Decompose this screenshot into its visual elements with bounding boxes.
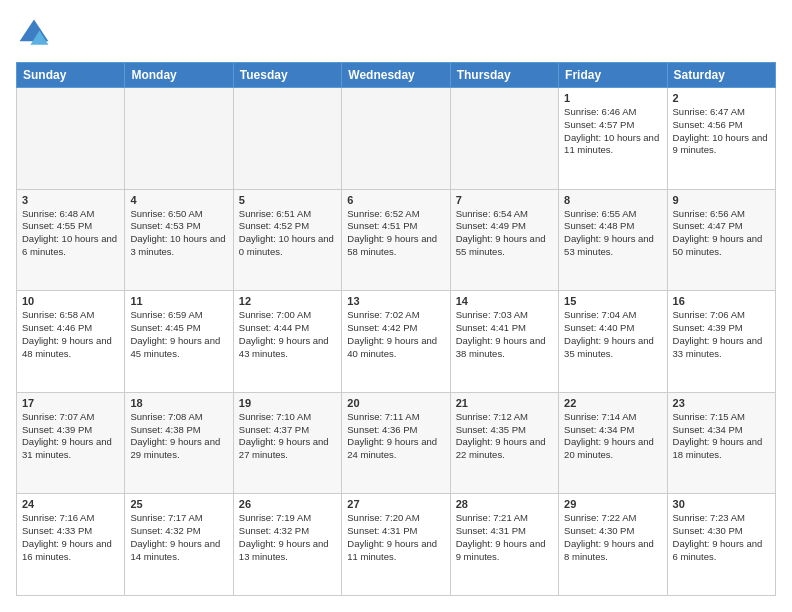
calendar-cell: 3Sunrise: 6:48 AM Sunset: 4:55 PM Daylig… (17, 189, 125, 291)
day-number: 22 (564, 397, 661, 409)
day-number: 11 (130, 295, 227, 307)
calendar-cell: 12Sunrise: 7:00 AM Sunset: 4:44 PM Dayli… (233, 291, 341, 393)
day-number: 16 (673, 295, 770, 307)
calendar-cell (125, 88, 233, 190)
day-number: 5 (239, 194, 336, 206)
day-number: 25 (130, 498, 227, 510)
page: SundayMondayTuesdayWednesdayThursdayFrid… (0, 0, 792, 612)
calendar-cell: 17Sunrise: 7:07 AM Sunset: 4:39 PM Dayli… (17, 392, 125, 494)
day-info: Sunrise: 7:10 AM Sunset: 4:37 PM Dayligh… (239, 411, 336, 462)
day-number: 13 (347, 295, 444, 307)
calendar-header-monday: Monday (125, 63, 233, 88)
logo (16, 16, 56, 52)
day-info: Sunrise: 6:59 AM Sunset: 4:45 PM Dayligh… (130, 309, 227, 360)
calendar-cell: 23Sunrise: 7:15 AM Sunset: 4:34 PM Dayli… (667, 392, 775, 494)
calendar-week-2: 10Sunrise: 6:58 AM Sunset: 4:46 PM Dayli… (17, 291, 776, 393)
day-info: Sunrise: 6:55 AM Sunset: 4:48 PM Dayligh… (564, 208, 661, 259)
day-info: Sunrise: 7:15 AM Sunset: 4:34 PM Dayligh… (673, 411, 770, 462)
day-number: 1 (564, 92, 661, 104)
day-info: Sunrise: 7:22 AM Sunset: 4:30 PM Dayligh… (564, 512, 661, 563)
calendar-cell: 10Sunrise: 6:58 AM Sunset: 4:46 PM Dayli… (17, 291, 125, 393)
calendar-cell: 26Sunrise: 7:19 AM Sunset: 4:32 PM Dayli… (233, 494, 341, 596)
day-number: 10 (22, 295, 119, 307)
calendar-cell: 24Sunrise: 7:16 AM Sunset: 4:33 PM Dayli… (17, 494, 125, 596)
day-number: 24 (22, 498, 119, 510)
day-info: Sunrise: 7:14 AM Sunset: 4:34 PM Dayligh… (564, 411, 661, 462)
calendar-cell: 8Sunrise: 6:55 AM Sunset: 4:48 PM Daylig… (559, 189, 667, 291)
calendar-header-row: SundayMondayTuesdayWednesdayThursdayFrid… (17, 63, 776, 88)
day-info: Sunrise: 7:04 AM Sunset: 4:40 PM Dayligh… (564, 309, 661, 360)
calendar-cell: 18Sunrise: 7:08 AM Sunset: 4:38 PM Dayli… (125, 392, 233, 494)
calendar-cell: 7Sunrise: 6:54 AM Sunset: 4:49 PM Daylig… (450, 189, 558, 291)
day-info: Sunrise: 7:03 AM Sunset: 4:41 PM Dayligh… (456, 309, 553, 360)
day-number: 14 (456, 295, 553, 307)
calendar-cell: 19Sunrise: 7:10 AM Sunset: 4:37 PM Dayli… (233, 392, 341, 494)
calendar-week-1: 3Sunrise: 6:48 AM Sunset: 4:55 PM Daylig… (17, 189, 776, 291)
calendar-cell (450, 88, 558, 190)
header (16, 16, 776, 52)
calendar-cell: 4Sunrise: 6:50 AM Sunset: 4:53 PM Daylig… (125, 189, 233, 291)
calendar-header-wednesday: Wednesday (342, 63, 450, 88)
day-number: 21 (456, 397, 553, 409)
calendar-cell: 30Sunrise: 7:23 AM Sunset: 4:30 PM Dayli… (667, 494, 775, 596)
calendar-cell (17, 88, 125, 190)
day-info: Sunrise: 6:51 AM Sunset: 4:52 PM Dayligh… (239, 208, 336, 259)
day-number: 6 (347, 194, 444, 206)
calendar-week-3: 17Sunrise: 7:07 AM Sunset: 4:39 PM Dayli… (17, 392, 776, 494)
day-number: 20 (347, 397, 444, 409)
calendar-header-tuesday: Tuesday (233, 63, 341, 88)
day-info: Sunrise: 7:11 AM Sunset: 4:36 PM Dayligh… (347, 411, 444, 462)
day-number: 7 (456, 194, 553, 206)
day-info: Sunrise: 6:47 AM Sunset: 4:56 PM Dayligh… (673, 106, 770, 157)
calendar-cell: 14Sunrise: 7:03 AM Sunset: 4:41 PM Dayli… (450, 291, 558, 393)
day-info: Sunrise: 6:50 AM Sunset: 4:53 PM Dayligh… (130, 208, 227, 259)
calendar-header-saturday: Saturday (667, 63, 775, 88)
calendar-cell: 25Sunrise: 7:17 AM Sunset: 4:32 PM Dayli… (125, 494, 233, 596)
day-number: 27 (347, 498, 444, 510)
calendar-cell: 21Sunrise: 7:12 AM Sunset: 4:35 PM Dayli… (450, 392, 558, 494)
calendar-cell: 1Sunrise: 6:46 AM Sunset: 4:57 PM Daylig… (559, 88, 667, 190)
day-info: Sunrise: 7:17 AM Sunset: 4:32 PM Dayligh… (130, 512, 227, 563)
calendar-week-4: 24Sunrise: 7:16 AM Sunset: 4:33 PM Dayli… (17, 494, 776, 596)
day-info: Sunrise: 7:23 AM Sunset: 4:30 PM Dayligh… (673, 512, 770, 563)
calendar-header-friday: Friday (559, 63, 667, 88)
day-info: Sunrise: 7:21 AM Sunset: 4:31 PM Dayligh… (456, 512, 553, 563)
calendar-week-0: 1Sunrise: 6:46 AM Sunset: 4:57 PM Daylig… (17, 88, 776, 190)
day-number: 3 (22, 194, 119, 206)
day-number: 9 (673, 194, 770, 206)
calendar-cell: 29Sunrise: 7:22 AM Sunset: 4:30 PM Dayli… (559, 494, 667, 596)
calendar-cell (342, 88, 450, 190)
day-info: Sunrise: 7:02 AM Sunset: 4:42 PM Dayligh… (347, 309, 444, 360)
day-info: Sunrise: 7:07 AM Sunset: 4:39 PM Dayligh… (22, 411, 119, 462)
day-info: Sunrise: 7:00 AM Sunset: 4:44 PM Dayligh… (239, 309, 336, 360)
calendar-cell: 15Sunrise: 7:04 AM Sunset: 4:40 PM Dayli… (559, 291, 667, 393)
day-number: 23 (673, 397, 770, 409)
calendar-cell (233, 88, 341, 190)
day-info: Sunrise: 7:20 AM Sunset: 4:31 PM Dayligh… (347, 512, 444, 563)
day-info: Sunrise: 6:56 AM Sunset: 4:47 PM Dayligh… (673, 208, 770, 259)
calendar-cell: 6Sunrise: 6:52 AM Sunset: 4:51 PM Daylig… (342, 189, 450, 291)
day-info: Sunrise: 6:46 AM Sunset: 4:57 PM Dayligh… (564, 106, 661, 157)
day-info: Sunrise: 7:06 AM Sunset: 4:39 PM Dayligh… (673, 309, 770, 360)
calendar-cell: 27Sunrise: 7:20 AM Sunset: 4:31 PM Dayli… (342, 494, 450, 596)
day-number: 8 (564, 194, 661, 206)
calendar-cell: 2Sunrise: 6:47 AM Sunset: 4:56 PM Daylig… (667, 88, 775, 190)
calendar-cell: 13Sunrise: 7:02 AM Sunset: 4:42 PM Dayli… (342, 291, 450, 393)
day-info: Sunrise: 6:54 AM Sunset: 4:49 PM Dayligh… (456, 208, 553, 259)
day-number: 29 (564, 498, 661, 510)
logo-icon (16, 16, 52, 52)
calendar-cell: 11Sunrise: 6:59 AM Sunset: 4:45 PM Dayli… (125, 291, 233, 393)
calendar-cell: 9Sunrise: 6:56 AM Sunset: 4:47 PM Daylig… (667, 189, 775, 291)
day-info: Sunrise: 7:12 AM Sunset: 4:35 PM Dayligh… (456, 411, 553, 462)
calendar-cell: 22Sunrise: 7:14 AM Sunset: 4:34 PM Dayli… (559, 392, 667, 494)
day-number: 26 (239, 498, 336, 510)
calendar-cell: 16Sunrise: 7:06 AM Sunset: 4:39 PM Dayli… (667, 291, 775, 393)
calendar-header-thursday: Thursday (450, 63, 558, 88)
calendar-cell: 20Sunrise: 7:11 AM Sunset: 4:36 PM Dayli… (342, 392, 450, 494)
day-info: Sunrise: 7:19 AM Sunset: 4:32 PM Dayligh… (239, 512, 336, 563)
day-number: 2 (673, 92, 770, 104)
day-number: 28 (456, 498, 553, 510)
calendar-cell: 5Sunrise: 6:51 AM Sunset: 4:52 PM Daylig… (233, 189, 341, 291)
calendar-table: SundayMondayTuesdayWednesdayThursdayFrid… (16, 62, 776, 596)
day-number: 15 (564, 295, 661, 307)
